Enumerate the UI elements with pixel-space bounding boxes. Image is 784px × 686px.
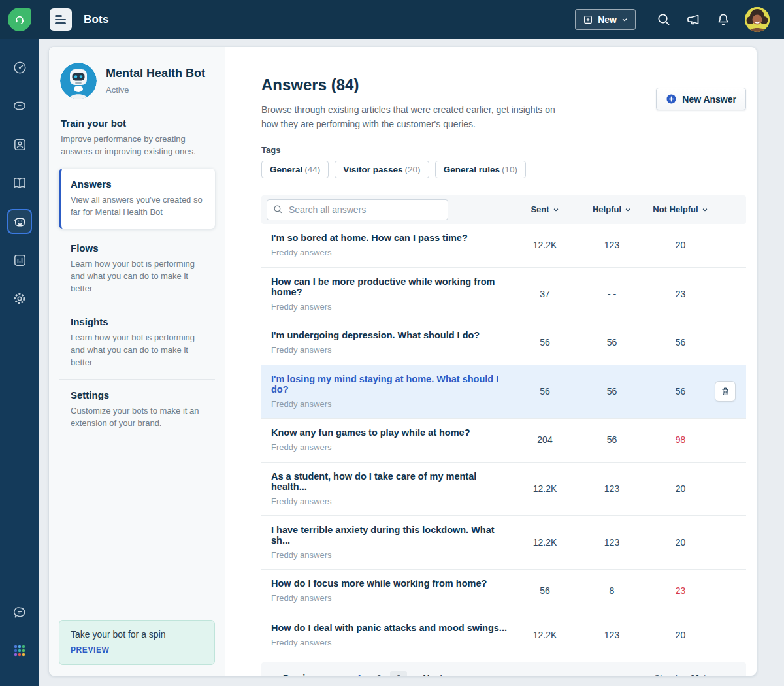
page-title: Bots xyxy=(84,13,109,26)
bot-header: Mental Health Bot Active xyxy=(59,63,215,99)
delete-answer-button[interactable] xyxy=(715,381,736,402)
nav-item-label: Answers xyxy=(71,178,204,189)
new-answer-button[interactable]: New Answer xyxy=(656,88,746,110)
tag-count: (20) xyxy=(405,165,421,174)
tag-general-rules[interactable]: General rules(10) xyxy=(435,161,526,178)
helpful-value: 8 xyxy=(578,585,646,596)
helpful-value: 123 xyxy=(578,630,646,640)
answer-title[interactable]: I'm so bored at home. How can I pass tim… xyxy=(261,233,512,243)
answer-title[interactable]: Know any fun games to play while at home… xyxy=(261,427,512,438)
nav-item-desc: Customize your bots to make it an extens… xyxy=(71,405,204,430)
tag-name: General rules xyxy=(444,165,500,174)
page-numbers: 1 2 3 xyxy=(350,662,408,676)
answers-description: Browse through existing articles that we… xyxy=(261,103,568,132)
answer-subtitle: Freddy answers xyxy=(261,248,512,257)
contacts-icon[interactable] xyxy=(7,132,32,157)
answer-subtitle: Freddy answers xyxy=(261,399,512,409)
left-icon-rail xyxy=(0,39,39,686)
tag-name: Visitor passes xyxy=(343,165,402,174)
page-1[interactable]: 1 xyxy=(350,662,369,676)
user-avatar[interactable] xyxy=(745,7,770,32)
new-button[interactable]: New xyxy=(575,9,636,30)
table-row[interactable]: I'm undergoing depression. What should I… xyxy=(261,321,746,365)
search-icon[interactable] xyxy=(656,12,672,27)
not-helpful-value: 20 xyxy=(646,240,715,250)
nav-item-flows[interactable]: Flows Learn how your bot is performing a… xyxy=(59,233,215,306)
knowledge-base-icon[interactable] xyxy=(7,171,32,195)
answer-title[interactable]: How can I be more productive while worki… xyxy=(261,276,512,297)
table-row[interactable]: Know any fun games to play while at home… xyxy=(261,419,746,463)
dashboard-icon[interactable] xyxy=(7,55,32,80)
not-helpful-value: 56 xyxy=(646,386,715,397)
nav-item-settings[interactable]: Settings Customize your bots to make it … xyxy=(59,379,215,440)
answer-title[interactable]: I'm undergoing depression. What should I… xyxy=(261,330,512,340)
pagination-bar: Previous 1 2 3 Next Showing 20 / page xyxy=(261,662,746,676)
next-label: Next xyxy=(423,673,442,676)
search-answers-input[interactable] xyxy=(267,199,448,220)
answer-title[interactable]: I'm losing my mind staying at home. What… xyxy=(261,374,512,395)
table-header: Sent Helpful Not Helpful xyxy=(261,195,746,224)
tag-general[interactable]: General(44) xyxy=(261,161,329,178)
analytics-icon[interactable] xyxy=(7,248,32,272)
answer-title[interactable]: As a student, how do I take care of my m… xyxy=(261,471,512,492)
nav-item-label: Flows xyxy=(71,242,204,253)
answer-subtitle: Freddy answers xyxy=(261,345,512,355)
nav-item-insights[interactable]: Insights Learn how your bot is performin… xyxy=(59,306,215,380)
preview-button[interactable]: PREVIEW xyxy=(71,645,110,655)
table-row[interactable]: I'm so bored at home. How can I pass tim… xyxy=(261,224,746,268)
headset-icon xyxy=(8,8,31,31)
tag-visitor-passes[interactable]: Visitor passes(20) xyxy=(335,161,429,178)
bell-icon[interactable] xyxy=(715,12,731,27)
column-label: Helpful xyxy=(593,204,621,214)
answer-title[interactable]: How do I focus more while working from h… xyxy=(261,578,512,589)
showing-suffix: / page xyxy=(703,673,727,676)
chevron-down-icon xyxy=(553,206,559,213)
page-size-selector[interactable]: Showing 20 / page xyxy=(655,673,736,676)
answer-title[interactable]: How do I deal with panic attacks and moo… xyxy=(261,623,512,633)
bots-icon[interactable] xyxy=(7,209,32,234)
chat-support-icon[interactable] xyxy=(7,600,32,625)
answer-subtitle: Freddy answers xyxy=(261,550,512,560)
sent-value: 12.2K xyxy=(512,240,578,250)
chevron-left-icon xyxy=(270,674,278,676)
table-row[interactable]: How do I focus more while working from h… xyxy=(261,570,746,613)
freshdesk-logo[interactable] xyxy=(0,0,39,39)
answers-title: Answers (84) xyxy=(261,76,568,94)
tag-count: (10) xyxy=(502,165,517,174)
megaphone-icon[interactable] xyxy=(685,12,702,27)
page-3[interactable]: 3 xyxy=(389,662,408,676)
page-2[interactable]: 2 xyxy=(369,662,389,676)
table-row[interactable]: I have terrible anxiety during this lock… xyxy=(261,516,746,570)
column-label: Sent xyxy=(531,204,549,214)
bot-panel: Mental Health Bot Active Train your bot … xyxy=(49,47,225,676)
table-row[interactable]: How do I deal with panic attacks and moo… xyxy=(261,613,746,657)
sent-value: 12.2K xyxy=(512,537,578,547)
table-row-selected[interactable]: I'm losing my mind staying at home. What… xyxy=(261,365,746,419)
not-helpful-value: 20 xyxy=(646,537,715,547)
previous-page-button[interactable]: Previous xyxy=(270,673,321,676)
new-answer-label: New Answer xyxy=(682,94,736,105)
sort-sent[interactable]: Sent xyxy=(512,204,578,214)
helpful-value: 56 xyxy=(578,337,646,348)
not-helpful-value: 20 xyxy=(646,630,715,640)
trash-icon xyxy=(720,386,730,397)
sidebar-toggle-button[interactable] xyxy=(50,8,72,31)
sort-not-helpful[interactable]: Not Helpful xyxy=(646,204,715,214)
table-row[interactable]: How can I be more productive while worki… xyxy=(261,268,746,321)
plus-circle-icon xyxy=(666,93,677,105)
nav-item-answers[interactable]: Answers View all answers you've created … xyxy=(59,169,215,229)
tag-count: (44) xyxy=(304,165,320,174)
next-page-button[interactable]: Next xyxy=(423,673,455,676)
table-row[interactable]: As a student, how do I take care of my m… xyxy=(261,463,746,516)
answer-title[interactable]: I have terrible anxiety during this lock… xyxy=(261,525,512,546)
bot-avatar xyxy=(60,63,97,99)
settings-gear-icon[interactable] xyxy=(7,286,32,311)
apps-grid-icon[interactable] xyxy=(7,638,32,663)
tags-label: Tags xyxy=(261,145,746,155)
tickets-icon[interactable] xyxy=(7,93,32,118)
helpful-value: 123 xyxy=(578,240,646,250)
not-helpful-value: 56 xyxy=(646,337,715,348)
sort-helpful[interactable]: Helpful xyxy=(578,204,646,214)
showing-label: Showing xyxy=(655,673,687,676)
search-input-icon xyxy=(272,204,284,215)
